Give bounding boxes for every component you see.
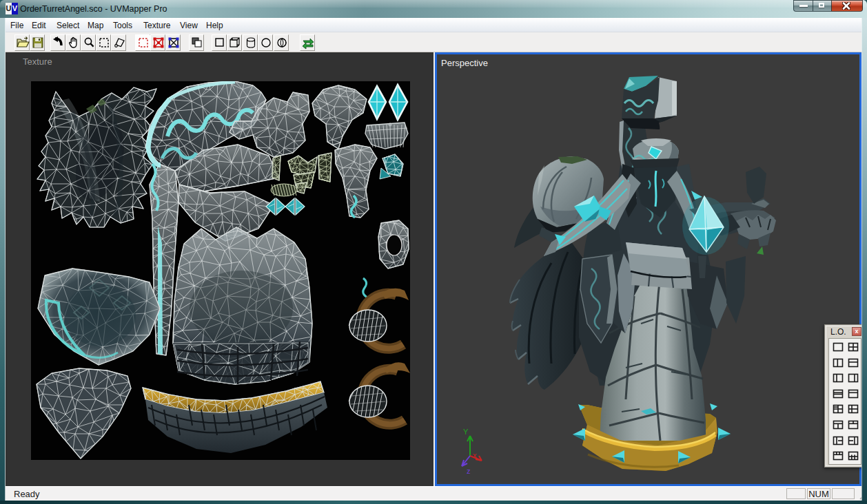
svg-text:Y: Y [463,428,469,436]
svg-text:z: z [467,467,471,475]
svg-text:x: x [473,451,477,459]
